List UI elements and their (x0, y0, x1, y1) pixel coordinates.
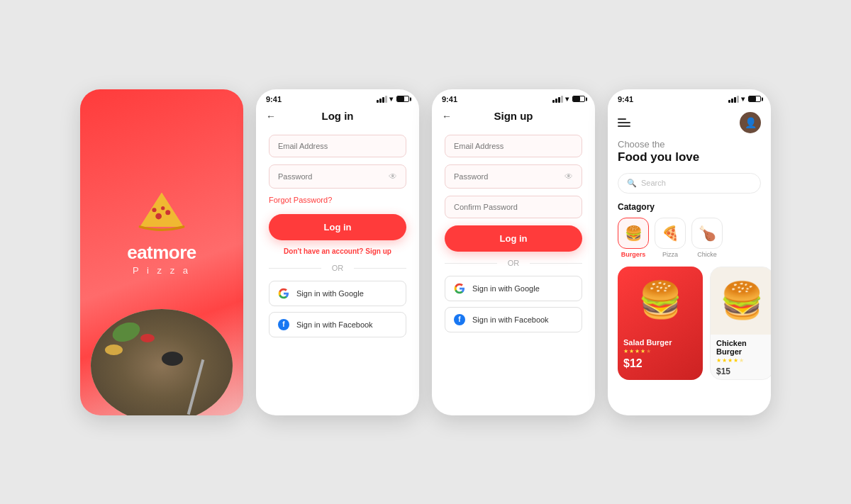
star-4: ★ (640, 348, 645, 354)
hamburger-line-1 (618, 118, 626, 120)
login-password-input[interactable] (278, 172, 389, 181)
facebook-icon: f (278, 319, 289, 330)
signup-confirm-password-input[interactable] (454, 203, 573, 211)
salad-burger-name: Salad Burger (623, 338, 697, 347)
signup-or-divider: OR (445, 259, 582, 267)
svg-point-1 (165, 210, 170, 215)
c-star-5: ★ (739, 357, 744, 364)
pizza-label: Pizza (662, 251, 678, 258)
categories-list: 🍔 Burgers 🍕 Pizza 🍗 Chicke (618, 218, 761, 258)
wifi-icon-2: ▾ (565, 95, 569, 103)
signup-header: ← Sign up (432, 106, 595, 129)
screens-container: eatmore P i z z a 9:41 (59, 61, 792, 444)
c-star-2: ★ (722, 357, 727, 364)
food-card-salad-burger[interactable]: 🍔 Salad Burger ★ ★ ★ ★ ★ $12 (618, 267, 703, 380)
signup-status-bar: 9:41 ▾ (432, 89, 595, 106)
category-pizza[interactable]: 🍕 Pizza (655, 218, 686, 258)
signup-google-button[interactable]: Sign in with Google (445, 276, 582, 301)
c-star-3: ★ (728, 357, 733, 364)
home-title: Food you love (618, 150, 761, 164)
food-cards-list: 🍔 Salad Burger ★ ★ ★ ★ ★ $12 (618, 267, 761, 380)
google-signin-button[interactable]: Sign in with Google (269, 281, 406, 306)
signup-screen: 9:41 ▾ ← Sign up (432, 89, 595, 415)
avatar[interactable]: 👤 (740, 112, 761, 133)
login-header: ← Log in (256, 106, 419, 129)
salad-burger-info: Salad Burger ★ ★ ★ ★ ★ $12 (618, 334, 703, 374)
home-body: Choose the Food you love 🔍 Search Catago… (608, 136, 771, 415)
search-placeholder: Search (641, 179, 666, 187)
search-bar[interactable]: 🔍 Search (618, 173, 761, 194)
chicken-burger-price: $15 (716, 366, 767, 376)
signup-link[interactable]: Sign up (365, 247, 391, 255)
toggle-password-icon[interactable]: 👁 (389, 172, 397, 181)
wifi-icon: ▾ (389, 95, 393, 103)
signup-facebook-button[interactable]: f Sign in with Facebook (445, 307, 582, 332)
signup-password-input[interactable] (454, 172, 564, 181)
signal-icon (377, 96, 387, 103)
burgers-icon-wrap: 🍔 (618, 218, 649, 249)
home-time: 9:41 (618, 95, 633, 103)
signup-status-icons: ▾ (552, 95, 585, 103)
battery-icon-2 (572, 96, 585, 102)
star-3: ★ (635, 348, 640, 354)
login-email-input[interactable] (278, 142, 397, 150)
menu-button[interactable] (618, 118, 630, 127)
category-burgers[interactable]: 🍔 Burgers (618, 218, 649, 258)
hamburger-line-3 (618, 125, 630, 127)
signup-password-field[interactable]: 👁 (445, 164, 582, 189)
chicken-burger-name: Chicken Burger (716, 339, 767, 356)
svg-point-3 (152, 208, 156, 212)
salad-burger-image: 🍔 (618, 267, 703, 334)
chicken-label: Chicke (697, 251, 717, 258)
category-label: Catagory (618, 202, 761, 212)
signup-confirm-password-field[interactable] (445, 196, 582, 218)
splash-screen: eatmore P i z z a (80, 89, 243, 415)
home-subtitle: Choose the (618, 139, 761, 150)
home-status-icons: ▾ (728, 95, 761, 103)
login-email-field[interactable] (269, 135, 406, 157)
toggle-password-icon-2[interactable]: 👁 (564, 172, 573, 181)
login-screen: 9:41 ▾ ← Log in (256, 89, 419, 415)
signup-email-field[interactable] (445, 135, 582, 157)
login-password-field[interactable]: 👁 (269, 164, 406, 189)
signup-hint: Don't have an account? Sign up (269, 247, 406, 255)
star-5: ★ (646, 348, 651, 354)
category-chicken[interactable]: 🍗 Chicke (691, 218, 723, 258)
signal-icon-2 (552, 96, 563, 103)
login-button[interactable]: Log in (269, 214, 406, 240)
chicken-burger-stars: ★ ★ ★ ★ ★ (716, 357, 767, 364)
login-body: 👁 Forgot Password? Log in Don't have an … (256, 129, 419, 415)
food-bowl (91, 309, 233, 415)
signup-submit-button[interactable]: Log in (445, 225, 582, 252)
brand-area: eatmore P i z z a (127, 186, 196, 276)
battery-icon (396, 96, 409, 102)
login-status-bar: 9:41 ▾ (256, 89, 419, 106)
star-2: ★ (629, 348, 634, 354)
salad-burger-stars: ★ ★ ★ ★ ★ (623, 348, 697, 354)
signup-body: 👁 Log in OR Sign in with Google f Sign i… (432, 129, 595, 415)
facebook-signin-button[interactable]: f Sign in with Facebook (269, 312, 406, 337)
chicken-burger-info: Chicken Burger ★ ★ ★ ★ ★ $15 (711, 335, 771, 380)
pizza-logo-icon (137, 186, 187, 236)
burgers-label: Burgers (621, 251, 646, 258)
signup-email-input[interactable] (454, 142, 573, 150)
login-time: 9:41 (266, 95, 282, 103)
forgot-password-link[interactable]: Forgot Password? (269, 196, 406, 204)
battery-icon-3 (748, 96, 761, 102)
signup-back-button[interactable]: ← (442, 111, 452, 122)
login-status-icons: ▾ (377, 95, 409, 103)
food-card-chicken-burger[interactable]: 🍔 Chicken Burger ★ ★ ★ ★ ★ $15 (710, 267, 771, 380)
google-icon (278, 288, 289, 299)
signup-time: 9:41 (442, 95, 457, 103)
pizza-icon-wrap: 🍕 (655, 218, 686, 249)
login-title: Log in (322, 110, 354, 122)
c-star-1: ★ (716, 357, 721, 364)
svg-point-2 (161, 206, 165, 210)
brand-name: eatmore (127, 242, 196, 264)
home-status-bar: 9:41 ▾ (608, 89, 771, 106)
chicken-burger-image: 🍔 (711, 267, 771, 335)
login-back-button[interactable]: ← (266, 111, 276, 122)
wifi-icon-3: ▾ (741, 95, 745, 103)
c-star-4: ★ (733, 357, 738, 364)
chicken-icon-wrap: 🍗 (691, 218, 723, 249)
